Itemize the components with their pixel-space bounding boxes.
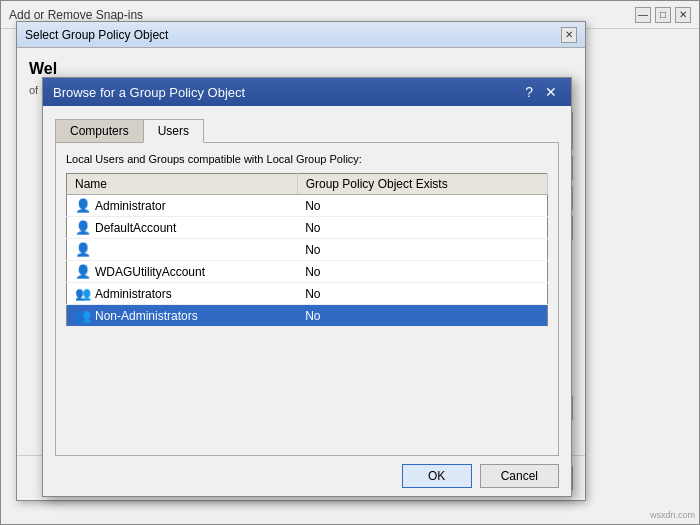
outer-window: Add or Remove Snap-ins — □ ✕ Select Grou… (0, 0, 700, 525)
gpo-exists-cell: No (297, 305, 547, 327)
gpo-exists-cell: No (297, 217, 547, 239)
outer-title: Add or Remove Snap-ins (9, 8, 635, 22)
user-icon: 👤 (75, 220, 91, 235)
user-icon: 👤 (75, 264, 91, 279)
gpo-exists-cell: No (297, 239, 547, 261)
middle-title: Select Group Policy Object (25, 28, 561, 42)
inner-titlebar: Browse for a Group Policy Object ? ✕ (43, 78, 571, 106)
browse-gpo-dialog: Browse for a Group Policy Object ? ✕ Com… (42, 77, 572, 497)
middle-controls: ✕ (561, 27, 577, 43)
col-gpo-header: Group Policy Object Exists (297, 174, 547, 195)
maximize-btn[interactable]: □ (655, 7, 671, 23)
select-gpo-dialog: Select Group Policy Object ✕ Wel of snap… (16, 21, 586, 501)
table-row[interactable]: 👥AdministratorsNo (67, 283, 548, 305)
inner-controls: ? ✕ (521, 84, 561, 100)
table-row[interactable]: 👥Non-AdministratorsNo (67, 305, 548, 327)
inner-content: Computers Users Local Users and Groups c… (43, 106, 571, 496)
tab-content-users: Local Users and Groups compatible with L… (55, 142, 559, 456)
tab-description: Local Users and Groups compatible with L… (66, 153, 548, 165)
table-row[interactable]: 👤No (67, 239, 548, 261)
table-row[interactable]: 👤DefaultAccountNo (67, 217, 548, 239)
dialog-bottom-buttons: OK Cancel (55, 456, 559, 488)
tab-computers[interactable]: Computers (55, 119, 144, 143)
middle-close-btn[interactable]: ✕ (561, 27, 577, 43)
user-icon: 👤 (75, 242, 91, 257)
gpo-exists-cell: No (297, 195, 547, 217)
group-icon: 👥 (75, 308, 91, 323)
ok-button[interactable]: OK (402, 464, 472, 488)
tabs-container: Computers Users (55, 118, 559, 142)
cancel-button[interactable]: Cancel (480, 464, 559, 488)
table-row[interactable]: 👤AdministratorNo (67, 195, 548, 217)
watermark: wsxdn.com (650, 510, 695, 520)
policy-table: Name Group Policy Object Exists 👤Adminis… (66, 173, 548, 327)
welcome-label: Wel (29, 60, 57, 78)
outer-controls: — □ ✕ (635, 7, 691, 23)
middle-titlebar: Select Group Policy Object ✕ (17, 22, 585, 48)
table-row[interactable]: 👤WDAGUtilityAccountNo (67, 261, 548, 283)
minimize-btn[interactable]: — (635, 7, 651, 23)
inner-close-button[interactable]: ✕ (541, 84, 561, 100)
table-header-row: Name Group Policy Object Exists (67, 174, 548, 195)
gpo-exists-cell: No (297, 283, 547, 305)
user-icon: 👤 (75, 198, 91, 213)
inner-title: Browse for a Group Policy Object (53, 85, 521, 100)
help-button[interactable]: ? (521, 84, 537, 100)
col-name-header: Name (67, 174, 298, 195)
group-icon: 👥 (75, 286, 91, 301)
gpo-exists-cell: No (297, 261, 547, 283)
tab-users[interactable]: Users (143, 119, 204, 143)
close-btn[interactable]: ✕ (675, 7, 691, 23)
